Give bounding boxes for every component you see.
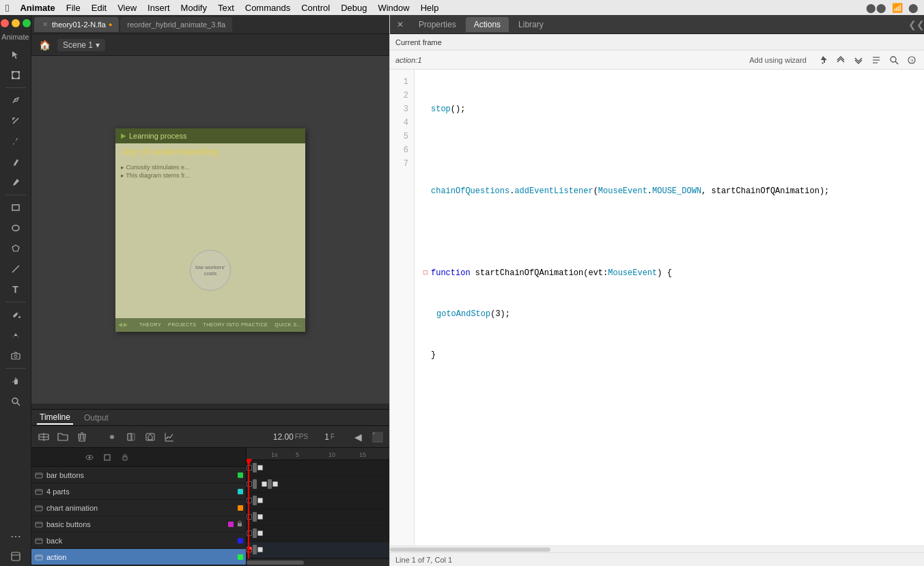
canvas-area[interactable]: ▶ Learning process Joy of understanding … [31,56,389,404]
home-button[interactable]: 🏠 [37,38,52,53]
menu-text[interactable]: Text [218,3,234,13]
tl-dot [105,430,119,444]
oval-tool[interactable] [5,218,27,238]
tab-theory[interactable]: ✕ theory01-2-N.fla ● [34,17,119,32]
svg-rect-20 [130,434,135,440]
menu-control[interactable]: Control [301,3,330,13]
layer-name-bar-buttons: bar buttons [46,471,235,479]
code-scroll-thumb[interactable] [390,548,550,552]
edit-symbols[interactable] [5,547,27,566]
tab-actions[interactable]: Actions [466,17,509,32]
tl-expand[interactable]: ⬛ [370,430,384,444]
zoom-tool[interactable] [5,392,27,411]
svg-rect-30 [36,490,42,494]
tab-reorder[interactable]: reorder_hybrid_animate_3.fla [120,17,232,32]
menu-view[interactable]: View [117,3,137,13]
collapse-panel-button[interactable]: ❮❮ [909,17,924,32]
svg-rect-6 [12,205,19,210]
code-scrollbar[interactable] [390,546,924,552]
paint-brush[interactable] [5,132,27,151]
layer-4-parts[interactable]: 4 parts [31,483,246,500]
gradient-tool[interactable] [5,326,27,345]
tl-delete-layer[interactable] [75,430,89,444]
layer-action[interactable]: action [31,549,246,565]
layer-back[interactable]: back [31,533,246,549]
layer-type-icon-4 [34,520,44,529]
svg-rect-1 [12,71,14,73]
pin-icon[interactable] [816,53,830,67]
select-tool[interactable] [5,45,27,64]
expand-icon[interactable] [834,53,848,67]
code-editor[interactable]: 1 2 3 4 5 6 7 stop(); chainOfQuestions.a… [390,70,924,546]
polygon-tool[interactable] [5,239,27,258]
script-label: action:1 [395,56,422,64]
layer-type-icon [34,470,44,480]
panel-header: ✕ Properties Actions Library ❮❮ [390,15,924,34]
frames-scroll-thumb[interactable] [247,561,304,565]
more-tools[interactable]: ⋯ [5,526,27,546]
layer-basic-buttons[interactable]: basic buttons [31,516,246,533]
collapse-gutter-5[interactable]: □ [420,266,431,280]
maximize-window-button[interactable] [23,19,31,27]
paint-bucket[interactable] [5,305,27,324]
tl-onion-skin[interactable] [124,430,138,444]
hand-tool[interactable] [5,371,27,391]
tl-chart-view[interactable] [163,430,176,444]
rectangle-tool[interactable] [5,198,27,217]
tl-onion-outlines[interactable] [143,430,157,444]
scene-selector[interactable]: Scene 1 ▾ [57,39,105,51]
anchor-tool[interactable] [5,111,27,130]
svg-line-13 [17,403,20,406]
tool-separator-1 [5,87,26,88]
menu-help[interactable]: Help [421,3,439,13]
apple-menu[interactable]:  [5,2,9,14]
collapse-code-icon[interactable] [852,53,865,67]
format-icon[interactable] [869,53,883,67]
menu-modify[interactable]: Modify [181,3,207,13]
output-tab[interactable]: Output [81,412,111,424]
layer-type-icon-6 [34,552,44,562]
menu-right-icons: ⬤⬤ 📶 ⬤ [866,3,919,13]
tl-prev-frame[interactable]: ◀ [351,430,365,444]
close-window-button[interactable] [1,19,9,27]
tl-new-folder[interactable] [56,430,70,444]
nav-projects: PROJECTS [168,322,196,327]
tab-properties[interactable]: Properties [410,17,464,32]
canvas-scrollbar[interactable] [31,404,389,409]
frames-scrollbar[interactable] [247,559,389,566]
frame-row-action [247,542,389,558]
add-wizard-button[interactable]: Add using wizard [749,56,807,64]
text-tool[interactable]: T [5,280,27,299]
stage-header-title: Learning process [129,132,186,140]
menu-debug[interactable]: Debug [341,3,367,13]
timeline-tab[interactable]: Timeline [37,411,73,425]
eyedropper-tool[interactable] [5,173,27,192]
camera-tool[interactable] [5,346,27,365]
menu-insert[interactable]: Insert [148,3,170,13]
tl-new-layer[interactable] [37,430,51,444]
svg-rect-2 [18,71,20,73]
pen-tool[interactable] [5,91,27,110]
transform-tool[interactable] [5,66,27,85]
layer-chart-animation[interactable]: chart animation [31,500,246,516]
pencil-tool[interactable] [5,152,27,171]
menu-edit[interactable]: Edit [92,3,107,13]
layer-type-icon-5 [34,536,44,546]
menu-commands[interactable]: Commands [245,3,290,13]
line-tool[interactable] [5,259,27,279]
playhead[interactable] [248,460,249,558]
menu-animate[interactable]: Animate [20,3,55,13]
code-content[interactable]: stop(); chainOfQuestions.addEventListene… [415,70,924,546]
layer-bar-buttons[interactable]: bar buttons [31,467,246,483]
frames-panel[interactable]: 1s 5 10 15 20 [247,448,389,566]
help-icon[interactable]: ? [905,53,919,67]
minimize-window-button[interactable] [12,19,20,27]
tab-close-theory[interactable]: ✕ [41,20,49,29]
menu-window[interactable]: Window [378,3,409,13]
panel-close-button[interactable]: ✕ [393,17,408,32]
tab-library[interactable]: Library [510,17,552,32]
search-code-icon[interactable] [887,53,901,67]
svg-rect-32 [36,506,42,511]
stage: ▶ Learning process Joy of understanding … [115,128,305,332]
menu-file[interactable]: File [66,3,81,13]
